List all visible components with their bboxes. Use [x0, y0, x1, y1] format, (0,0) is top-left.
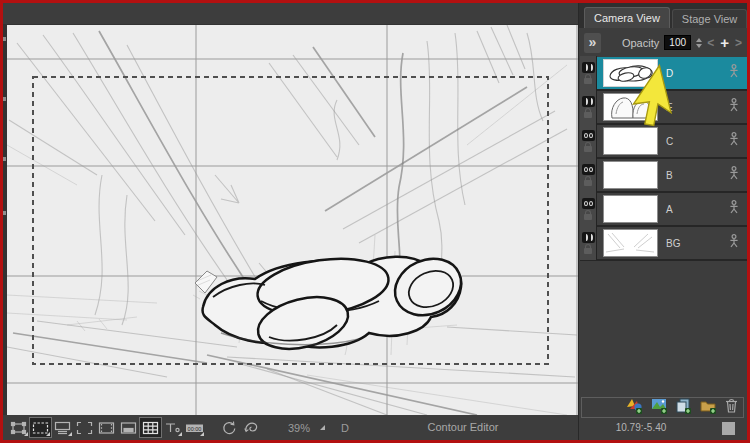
camera-view-canvas[interactable] [7, 25, 578, 415]
tab-stage-view[interactable]: Stage View [672, 9, 747, 28]
safe-area-icon[interactable] [52, 418, 73, 437]
next-layer-icon[interactable]: > [735, 36, 742, 50]
animate-person-icon[interactable] [729, 200, 739, 218]
cursor-coordinates: 10.79:-5.40 [601, 422, 681, 433]
add-vector-layer-icon[interactable] [626, 398, 643, 418]
corner-safety-icon[interactable] [74, 418, 95, 437]
layer-lock-icon[interactable] [584, 78, 592, 84]
add-bitmap-layer-icon[interactable] [651, 398, 668, 418]
layer-label: C [666, 136, 673, 147]
delete-layer-icon[interactable] [725, 398, 738, 417]
zoom-level[interactable]: 39% [288, 422, 310, 434]
opacity-stepper[interactable] [696, 38, 702, 48]
layer-visibility-icon[interactable] [582, 198, 595, 209]
layer-lock-icon[interactable] [584, 180, 592, 186]
svg-text:00:00: 00:00 [188, 425, 202, 431]
layer-row-a[interactable]: A [580, 193, 747, 227]
layer-row-bg[interactable]: BG [580, 227, 747, 261]
opacity-input[interactable] [664, 35, 691, 50]
animate-person-icon[interactable] [729, 234, 739, 252]
layer-label: BG [666, 238, 680, 249]
stop-button[interactable] [722, 422, 735, 435]
top-toolbar [3, 3, 578, 25]
layer-panel-toolbar: » Opacity < + > [579, 28, 747, 57]
animate-person-icon[interactable] [729, 132, 739, 150]
layer-thumbnail[interactable] [603, 229, 658, 257]
duplicate-layer-icon[interactable] [676, 398, 692, 418]
transform-tool-icon[interactable] [8, 418, 29, 437]
layer-visibility-icon[interactable] [582, 232, 595, 243]
letterbox-mask-icon[interactable] [118, 418, 139, 437]
add-group-icon[interactable] [700, 398, 717, 418]
layer-visibility-icon[interactable] [582, 62, 595, 73]
zoom-dropdown-icon[interactable] [320, 425, 325, 430]
animate-person-icon[interactable] [729, 166, 739, 184]
title-safe-icon[interactable] [162, 418, 183, 437]
layer-lock-icon[interactable] [584, 146, 592, 152]
layer-thumbnail[interactable] [603, 161, 658, 189]
panel-status-row: 10.79:-5.40 [579, 418, 747, 440]
layer-actions-toolbar [581, 397, 744, 418]
layer-lock-icon[interactable] [584, 214, 592, 220]
filmstrip-frame-icon[interactable] [96, 418, 117, 437]
timecode-overlay-icon[interactable]: 00:00 [184, 418, 205, 437]
tab-camera-view[interactable]: Camera View [584, 7, 670, 28]
animate-person-icon[interactable] [729, 98, 739, 116]
layer-thumbnail[interactable] [603, 195, 658, 223]
status-tool-name: Contour Editor [398, 415, 528, 440]
layer-row-b[interactable]: B [580, 159, 747, 193]
storyboard-app-window: 00:00 39% D Contour Editor Camera View S… [0, 0, 750, 443]
reset-rotation-icon[interactable] [240, 418, 261, 437]
layer-visibility-icon[interactable] [582, 130, 595, 141]
panel-tabs: Camera View Stage View + | x [579, 3, 747, 28]
camera-mask-icon[interactable] [30, 418, 51, 437]
current-layer-indicator: D [341, 422, 349, 434]
layer-label: A [666, 204, 673, 215]
opacity-label: Opacity [622, 37, 659, 49]
previous-layer-icon[interactable]: < [707, 36, 714, 50]
animate-person-icon[interactable] [729, 64, 739, 82]
canvas-drawing [7, 25, 578, 415]
layer-label: B [666, 170, 673, 181]
grid-icon[interactable] [140, 418, 161, 437]
collapse-panel-icon[interactable]: » [584, 33, 601, 53]
reset-view-icon[interactable] [218, 418, 239, 437]
layer-lock-icon[interactable] [584, 112, 592, 118]
add-layer-icon[interactable]: + [720, 34, 729, 51]
layer-visibility-icon[interactable] [582, 96, 595, 107]
layer-visibility-icon[interactable] [582, 164, 595, 175]
layer-lock-icon[interactable] [584, 248, 592, 254]
